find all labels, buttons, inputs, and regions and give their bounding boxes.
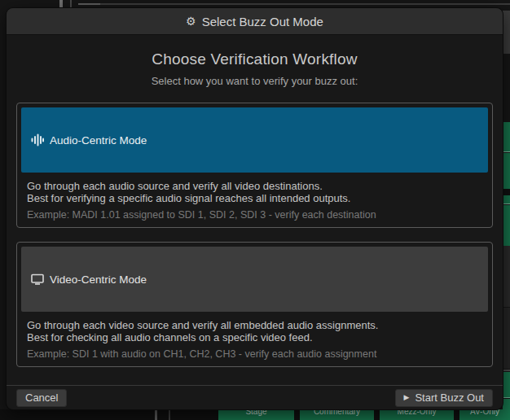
bg-grid-cell-green <box>503 372 510 398</box>
audio-waveform-icon <box>31 133 44 147</box>
video-centric-mode-header[interactable]: Video-Centric Mode <box>21 247 488 312</box>
description-line: Best for verifying a specific audio sign… <box>27 192 482 204</box>
bg-green-button-label: Stage <box>218 409 294 416</box>
video-centric-mode-example: Example: SDI 1 with audio on CH1, CH2, C… <box>21 343 488 360</box>
audio-centric-mode-header[interactable]: Audio-Centric Mode <box>21 107 488 173</box>
gear-icon: ⚙ <box>186 15 196 28</box>
mode-card-list: Audio-Centric Mode Go through each audio… <box>7 103 503 367</box>
start-buzz-out-button[interactable]: ▶ Start Buzz Out <box>395 389 493 407</box>
audio-centric-mode-description: Go through each audio source and verify … <box>21 173 488 204</box>
bg-panel-border-line <box>78 3 510 5</box>
description-line: Go through each video source and verify … <box>27 319 482 331</box>
description-line: Go through each audio source and verify … <box>27 180 482 192</box>
bg-divider-bar <box>169 409 170 420</box>
play-icon: ▶ <box>404 394 410 401</box>
bg-grid-cell <box>503 11 510 54</box>
cancel-button-label: Cancel <box>25 392 58 404</box>
dialog-titlebar: ⚙ Select Buzz Out Mode <box>7 8 503 35</box>
bg-grid-cell-green <box>503 122 510 152</box>
cancel-button[interactable]: Cancel <box>16 389 67 407</box>
bg-divider-line <box>503 370 510 371</box>
bg-divider-bar <box>59 0 63 7</box>
page-title: Choose Verification Workflow <box>7 50 503 68</box>
video-centric-mode-title: Video-Centric Mode <box>50 273 147 286</box>
bg-panel-border-highlight <box>78 3 100 5</box>
bg-grid-cell <box>503 246 510 307</box>
dialog-footer: Cancel ▶ Start Buzz Out <box>7 385 503 409</box>
video-centric-mode-card[interactable]: Video-Centric Mode Go through each video… <box>16 242 493 367</box>
bg-grid-cell <box>503 308 510 369</box>
bg-divider-bar <box>70 0 72 7</box>
bg-divider-bar <box>155 409 157 420</box>
bg-green-button[interactable]: Commentary <box>300 409 374 420</box>
audio-centric-mode-title: Audio-Centric Mode <box>50 134 147 147</box>
bg-green-button[interactable]: AV-Only <box>459 409 510 420</box>
bg-grid-cell-green <box>503 195 510 204</box>
start-buzz-out-button-label: Start Buzz Out <box>415 392 484 404</box>
bg-green-button-label: Commentary <box>300 409 374 416</box>
bg-grid-cell-green <box>503 205 510 246</box>
dialog-title: Select Buzz Out Mode <box>202 15 323 28</box>
description-line: Best for checking all audio channels on … <box>27 331 482 343</box>
audio-centric-mode-card[interactable]: Audio-Centric Mode Go through each audio… <box>16 103 493 228</box>
bg-green-button[interactable]: Stage <box>218 409 294 420</box>
monitor-icon <box>31 273 44 286</box>
bg-green-button-label: Mezz-Only <box>380 409 454 416</box>
select-buzz-out-mode-dialog: ⚙ Select Buzz Out Mode Choose Verificati… <box>7 8 503 409</box>
bg-green-button[interactable]: Mezz-Only <box>380 409 454 420</box>
audio-centric-mode-example: Example: MADI 1.01 assigned to SDI 1, SD… <box>21 204 488 221</box>
bg-bottom-row: Stage Commentary Mezz-Only AV-Only <box>0 409 510 420</box>
bg-grid-cell-green <box>503 153 510 189</box>
video-centric-mode-description: Go through each video source and verify … <box>21 312 488 343</box>
bg-green-button-label: AV-Only <box>459 409 510 416</box>
page-subtitle: Select how you want to verify your buzz … <box>7 75 503 87</box>
bg-grid-gap <box>503 189 510 195</box>
